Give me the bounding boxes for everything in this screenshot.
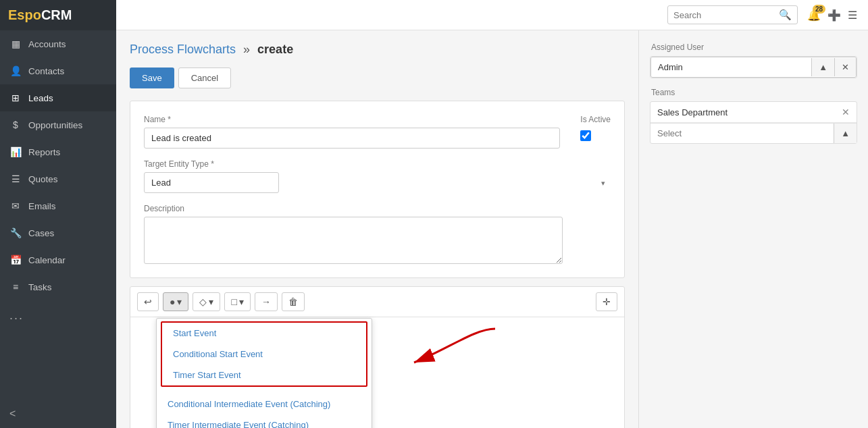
search-icon[interactable]: 🔍 xyxy=(779,9,792,21)
leads-icon: ⊞ xyxy=(9,92,22,104)
timer-start-event-item[interactable]: Timer Start Event xyxy=(162,365,366,385)
undo-tool[interactable]: ↩ xyxy=(137,292,159,311)
teams-select-input[interactable] xyxy=(650,124,834,143)
reports-icon: 📊 xyxy=(9,146,22,158)
logo: EspoCRM xyxy=(0,0,116,30)
task-dropdown-arrow: ▾ xyxy=(239,296,244,307)
description-label: Description xyxy=(144,204,611,213)
teams-tag-row: Sales Department ✕ xyxy=(650,102,857,123)
sidebar-item-tasks[interactable]: ≡ Tasks xyxy=(0,273,116,300)
add-icon[interactable]: ➕ xyxy=(827,9,841,22)
assigned-user-section: Assigned User ▲ ✕ xyxy=(650,43,857,78)
description-textarea[interactable] xyxy=(144,217,563,264)
sidebar: EspoCRM ▦ Accounts 👤 Contacts ⊞ Leads $ … xyxy=(0,0,116,428)
teams-label: Teams xyxy=(650,88,857,97)
teams-select-btn[interactable]: ▲ xyxy=(834,124,857,143)
sidebar-item-label: Reports xyxy=(28,147,60,157)
conditional-intermediate-event-item[interactable]: Conditional Intermediate Event (Catching… xyxy=(157,394,372,414)
form-card: Name * Is Active Target Entity Type * Le… xyxy=(130,101,625,278)
search-input[interactable] xyxy=(673,10,775,20)
breadcrumb-module[interactable]: Process Flowcharts xyxy=(130,43,236,56)
sidebar-item-label: Cases xyxy=(28,228,54,238)
sidebar-item-reports[interactable]: 📊 Reports xyxy=(0,138,116,165)
event-dropdown-arrow: ▾ xyxy=(177,296,182,307)
breadcrumb-action: create xyxy=(257,43,293,56)
is-active-checkbox[interactable] xyxy=(580,130,591,141)
task-tool[interactable]: □ ▾ xyxy=(224,292,250,311)
sidebar-item-label: Calendar xyxy=(28,255,66,265)
assigned-user-clear-btn[interactable]: ✕ xyxy=(834,58,856,76)
description-field: Description xyxy=(144,204,611,264)
timer-intermediate-event-item[interactable]: Timer Intermediate Event (Catching) xyxy=(157,414,372,428)
sidebar-item-label: Opportunities xyxy=(28,120,82,130)
move-tool[interactable]: ✛ xyxy=(596,292,617,311)
gateway-dropdown-arrow: ▾ xyxy=(209,296,213,307)
opportunities-icon: $ xyxy=(9,119,22,131)
sidebar-item-label: Leads xyxy=(28,93,53,103)
sidebar-item-calendar[interactable]: 📅 Calendar xyxy=(0,246,116,273)
conditional-start-event-item[interactable]: Conditional Start Event xyxy=(162,344,366,365)
event-tool[interactable]: ● ▾ xyxy=(163,292,188,311)
teams-tag-remove-btn[interactable]: ✕ xyxy=(842,107,850,117)
logo-text: EspoCRM xyxy=(8,7,72,23)
accounts-icon: ▦ xyxy=(9,38,22,50)
topbar: 🔍 🔔 28 ➕ ☰ xyxy=(116,0,868,30)
flow-tool[interactable]: → xyxy=(255,292,278,311)
sidebar-item-contacts[interactable]: 👤 Contacts xyxy=(0,57,116,84)
sidebar-item-cases[interactable]: 🔧 Cases xyxy=(0,219,116,246)
teams-select-row: ▲ xyxy=(650,123,857,143)
target-entity-wrapper: Lead ▾ xyxy=(144,172,611,193)
intermediate-events-section: Conditional Intermediate Event (Catching… xyxy=(157,390,372,428)
name-input[interactable] xyxy=(144,128,560,149)
sidebar-item-accounts[interactable]: ▦ Accounts xyxy=(0,30,116,57)
sidebar-item-label: Quotes xyxy=(28,174,58,184)
assigned-user-select-btn[interactable]: ▲ xyxy=(811,58,834,76)
circle-icon: ● xyxy=(170,296,175,307)
assigned-user-field-wrapper: ▲ ✕ xyxy=(650,56,857,78)
assigned-user-label: Assigned User xyxy=(650,43,857,52)
teams-section: Teams Sales Department ✕ ▲ xyxy=(650,88,857,144)
save-button[interactable]: Save xyxy=(130,68,174,88)
form-area: Process Flowcharts » create Save Cancel … xyxy=(116,30,638,428)
name-label: Name * xyxy=(144,115,560,124)
teams-tag-label: Sales Department xyxy=(657,107,727,117)
start-event-item[interactable]: Start Event xyxy=(162,323,366,344)
page-body: Process Flowcharts » create Save Cancel … xyxy=(116,30,868,428)
name-row: Name * Is Active xyxy=(144,115,611,149)
contacts-icon: 👤 xyxy=(9,65,22,77)
start-events-section: Start Event Conditional Start Event Time… xyxy=(161,321,367,387)
tasks-icon: ≡ xyxy=(9,281,22,293)
breadcrumb-separator: » xyxy=(243,43,250,56)
is-active-label: Is Active xyxy=(580,115,611,124)
right-panel: Assigned User ▲ ✕ Teams Sales Department… xyxy=(638,30,868,428)
flowchart-card: ↩ ● ▾ ◇ ▾ □ ▾ → 🗑 ✛ xyxy=(130,286,625,428)
arrow-annotation xyxy=(394,322,502,378)
flowchart-toolbar: ↩ ● ▾ ◇ ▾ □ ▾ → 🗑 ✛ xyxy=(130,287,624,317)
delete-tool[interactable]: 🗑 xyxy=(282,292,305,311)
cases-icon: 🔧 xyxy=(9,227,22,239)
sidebar-item-label: Contacts xyxy=(28,66,64,76)
notification-bell[interactable]: 🔔 28 xyxy=(807,9,821,22)
cancel-button[interactable]: Cancel xyxy=(178,68,231,88)
name-field: Name * xyxy=(144,115,560,149)
sidebar-item-emails[interactable]: ✉ Emails xyxy=(0,192,116,219)
notification-badge: 28 xyxy=(813,5,825,14)
target-entity-select[interactable]: Lead xyxy=(144,172,279,193)
sidebar-item-quotes[interactable]: ☰ Quotes xyxy=(0,165,116,192)
sidebar-item-leads[interactable]: ⊞ Leads xyxy=(0,84,116,111)
sidebar-collapse[interactable]: < xyxy=(0,400,116,428)
sidebar-more[interactable]: ... xyxy=(0,300,116,331)
calendar-icon: 📅 xyxy=(9,254,22,266)
menu-icon[interactable]: ☰ xyxy=(848,9,857,22)
diamond-icon: ◇ xyxy=(199,296,207,307)
gateway-tool[interactable]: ◇ ▾ xyxy=(193,292,220,311)
main-content: 🔍 🔔 28 ➕ ☰ Process Flowcharts » create S… xyxy=(116,0,868,428)
search-box[interactable]: 🔍 xyxy=(667,5,798,24)
sidebar-item-label: Tasks xyxy=(28,282,52,292)
sidebar-item-label: Emails xyxy=(28,201,56,211)
sidebar-item-label: Accounts xyxy=(28,39,66,49)
assigned-user-input[interactable] xyxy=(651,57,811,77)
emails-icon: ✉ xyxy=(9,200,22,212)
target-entity-field: Target Entity Type * Lead ▾ xyxy=(144,159,611,193)
sidebar-item-opportunities[interactable]: $ Opportunities xyxy=(0,111,116,138)
